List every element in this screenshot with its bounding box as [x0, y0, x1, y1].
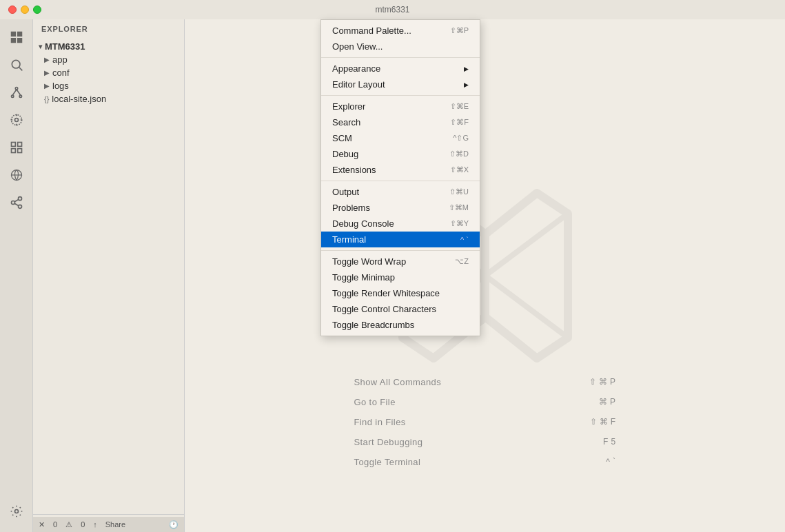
terminal-shortcut: ^ `	[460, 236, 469, 244]
command-palette-shortcut: ⇧⌘P	[450, 26, 469, 35]
minimize-button[interactable]	[21, 6, 29, 14]
titlebar: mtm6331	[0, 0, 785, 19]
root-label: MTM6331	[45, 41, 85, 52]
hint-go-to-file: Go to File ⌘ P	[354, 397, 616, 407]
toggle-breadcrumbs-label: Toggle Breadcrumbs	[332, 320, 414, 330]
activity-scm[interactable]	[4, 80, 29, 105]
hint-start-debugging: Start Debugging F 5	[354, 437, 616, 447]
sidebar-root-mtm6331[interactable]: ▾ MTM6331	[33, 40, 184, 53]
problems-shortcut: ⇧⌘M	[449, 203, 469, 212]
menu-output[interactable]: Output ⇧⌘U	[321, 184, 480, 200]
menu-terminal[interactable]: Terminal ^ `	[321, 232, 480, 247]
svg-rect-11	[11, 149, 15, 153]
svg-point-8	[11, 115, 21, 125]
svg-rect-12	[17, 149, 21, 153]
menu-problems[interactable]: Problems ⇧⌘M	[321, 200, 480, 216]
local-site-label: local-site.json	[52, 94, 106, 104]
activity-share[interactable]	[4, 190, 29, 215]
maximize-button[interactable]	[33, 6, 41, 14]
explorer-shortcut: ⇧⌘E	[450, 102, 469, 111]
sidebar-item-logs[interactable]: ▶ logs	[33, 79, 184, 92]
svg-rect-9	[11, 143, 15, 147]
separator-2	[321, 95, 480, 96]
toggle-render-whitespace-label: Toggle Render Whitespace	[332, 288, 440, 298]
activity-search[interactable]	[4, 52, 29, 77]
svg-point-3	[11, 95, 13, 97]
toggle-control-characters-label: Toggle Control Characters	[332, 304, 436, 314]
local-site-icon: {}	[44, 95, 49, 103]
warning-icon: ⚠	[65, 520, 72, 529]
error-count: 0	[53, 520, 57, 529]
app-arrow: ▶	[44, 56, 50, 63]
menu-toggle-render-whitespace[interactable]: Toggle Render Whitespace	[321, 285, 480, 301]
activity-bottom	[4, 499, 29, 532]
hint-show-all-commands: Show All Commands ⇧ ⌘ P	[354, 377, 616, 387]
output-label: Output	[332, 187, 359, 197]
menu-editor-layout[interactable]: Editor Layout ▶	[321, 76, 480, 92]
menu-extensions[interactable]: Extensions ⇧⌘X	[321, 162, 480, 178]
activity-explorer[interactable]	[4, 25, 29, 50]
svg-rect-10	[17, 143, 21, 147]
appearance-label: Appearance	[332, 63, 380, 74]
svg-point-20	[14, 510, 18, 513]
sidebar: Explorer ▾ MTM6331 ▶ app ▶ conf ▶ logs {…	[33, 19, 185, 532]
svg-line-1	[19, 68, 22, 71]
menu-scm[interactable]: SCM ^⇧G	[321, 130, 480, 146]
menu-toggle-word-wrap[interactable]: Toggle Word Wrap ⌥Z	[321, 254, 480, 269]
menu-command-palette[interactable]: Command Palette... ⇧⌘P	[321, 23, 480, 39]
menu-appearance[interactable]: Appearance ▶	[321, 61, 480, 76]
extensions-shortcut: ⇧⌘X	[450, 165, 469, 174]
app-label: app	[52, 54, 68, 65]
svg-point-2	[15, 88, 17, 90]
clock-icon: 🕐	[169, 520, 179, 529]
hint-find-in-files: Find in Files ⇧ ⌘ F	[354, 417, 616, 427]
sidebar-item-local-site[interactable]: {} local-site.json	[33, 92, 184, 105]
menu-debug[interactable]: Debug ⇧⌘D	[321, 146, 480, 162]
toggle-minimap-label: Toggle Minimap	[332, 272, 395, 283]
debug-console-shortcut: ⇧⌘Y	[450, 219, 469, 228]
menu-explorer[interactable]: Explorer ⇧⌘E	[321, 99, 480, 114]
separator-4	[321, 250, 480, 251]
problems-label: Problems	[332, 203, 370, 213]
separator-3	[321, 181, 480, 181]
share-label[interactable]: Share	[105, 520, 125, 529]
debug-shortcut: ⇧⌘D	[449, 150, 469, 158]
activity-extensions[interactable]	[4, 135, 29, 160]
editor-layout-arrow: ▶	[464, 81, 469, 88]
svg-point-0	[12, 60, 20, 68]
menu-toggle-control-characters[interactable]: Toggle Control Characters	[321, 301, 480, 317]
activity-debug[interactable]	[4, 108, 29, 132]
sidebar-item-app[interactable]: ▶ app	[33, 53, 184, 66]
output-shortcut: ⇧⌘U	[449, 187, 469, 196]
close-button[interactable]	[8, 6, 17, 14]
logs-label: logs	[52, 81, 69, 91]
command-palette-label: Command Palette...	[332, 25, 411, 36]
menu-toggle-minimap[interactable]: Toggle Minimap	[321, 269, 480, 285]
svg-point-4	[19, 95, 21, 97]
hint-toggle-terminal: Toggle Terminal ^ `	[354, 457, 616, 467]
start-debugging-key: F 5	[603, 437, 616, 447]
svg-point-17	[18, 205, 21, 208]
menu-toggle-breadcrumbs[interactable]: Toggle Breadcrumbs	[321, 317, 480, 333]
warning-count: 0	[81, 520, 85, 529]
activity-settings[interactable]	[4, 499, 29, 524]
editor-layout-label: Editor Layout	[332, 79, 385, 90]
svg-point-16	[11, 201, 14, 205]
sidebar-item-conf[interactable]: ▶ conf	[33, 66, 184, 79]
menu-search[interactable]: Search ⇧⌘F	[321, 114, 480, 130]
conf-arrow: ▶	[44, 69, 50, 76]
logs-arrow: ▶	[44, 82, 50, 90]
menu-open-view[interactable]: Open View...	[321, 39, 480, 54]
app-container: Explorer ▾ MTM6331 ▶ app ▶ conf ▶ logs {…	[0, 19, 785, 532]
go-to-file-key: ⌘ P	[599, 397, 616, 407]
debug-label: Debug	[332, 149, 358, 159]
root-arrow: ▾	[39, 43, 42, 50]
menu-debug-console[interactable]: Debug Console ⇧⌘Y	[321, 216, 480, 232]
explorer-label: Explorer	[332, 101, 365, 112]
share-icon: ↑	[93, 520, 97, 529]
toggle-word-wrap-label: Toggle Word Wrap	[332, 256, 406, 267]
show-all-commands-label: Show All Commands	[354, 377, 442, 387]
activity-remote[interactable]	[4, 163, 29, 187]
context-menu: Command Palette... ⇧⌘P Open View... Appe…	[320, 19, 480, 336]
error-icon: ✕	[39, 520, 45, 529]
